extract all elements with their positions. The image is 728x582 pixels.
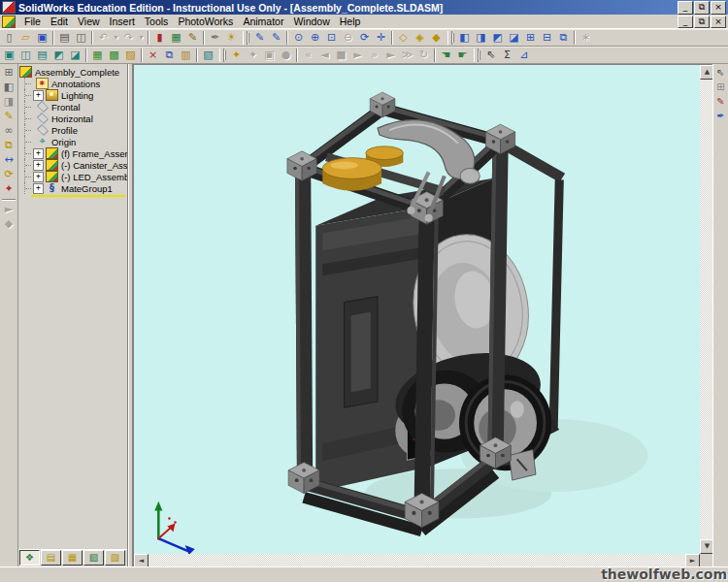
pan-button[interactable]: ✛	[373, 31, 389, 46]
menu-edit[interactable]: Edit	[46, 16, 73, 27]
tree-item-mategroup1[interactable]: +MateGroup1	[19, 182, 127, 194]
paste-image-button[interactable]: ▥	[178, 48, 194, 63]
new-document-button[interactable]: ▯	[1, 31, 17, 46]
mate-button[interactable]: ⧉	[1, 139, 17, 153]
menu-insert[interactable]: Insert	[105, 16, 140, 27]
view-bottom-button[interactable]: ⊟	[539, 31, 555, 46]
photoworks-render-button[interactable]: ▣	[1, 48, 17, 63]
render-last-button[interactable]: ◩	[50, 48, 67, 63]
redo-button[interactable]: ↷	[120, 31, 137, 46]
copy-image-button[interactable]: ⧉	[161, 48, 178, 63]
viewport-horizontal-scrollbar[interactable]: ◄ ►	[134, 554, 700, 566]
simulation-button[interactable]: ►	[1, 203, 17, 217]
view-front-button[interactable]: ◧	[456, 31, 473, 46]
view-top-button[interactable]: ⊞	[522, 31, 539, 46]
render-options-button[interactable]: ▧	[200, 48, 216, 63]
menu-photoworks[interactable]: PhotoWorks	[173, 16, 238, 27]
tree-item-profile[interactable]: Profile	[19, 124, 127, 136]
thumbnail-back-button[interactable]: ☚	[438, 48, 454, 63]
minimize-button[interactable]: _	[678, 1, 693, 15]
select-button[interactable]: ⇖	[482, 48, 499, 63]
restore-button[interactable]: ⧉	[694, 1, 710, 15]
rollback-bar[interactable]	[31, 195, 125, 197]
redo-options-button[interactable]: ▾	[137, 31, 146, 46]
save-animation-button[interactable]: ▣	[261, 48, 278, 63]
zoom-in-out-button[interactable]: ⊕	[307, 31, 323, 46]
decal-editor-button[interactable]: ▨	[122, 48, 139, 63]
select-arrow-button[interactable]: ⇖	[714, 66, 727, 81]
insert-component-button[interactable]: ⊞	[1, 66, 17, 81]
sketch-button[interactable]: ✎	[251, 31, 268, 46]
view-isometric-button[interactable]: ⧉	[555, 31, 572, 46]
assembly-model[interactable]	[134, 65, 700, 554]
rendermanager-tab[interactable]: ▧	[83, 550, 104, 566]
measure-button[interactable]: ⊿	[515, 48, 532, 63]
material-editor-button[interactable]: ✎	[184, 31, 201, 46]
zoom-to-fit-button[interactable]: ⊙	[290, 31, 307, 46]
expand-toggle[interactable]: +	[33, 160, 44, 171]
feather-button[interactable]: ✒	[207, 31, 223, 46]
animationmanager-tab[interactable]: ▨	[105, 550, 125, 566]
go-to-start-button[interactable]: «	[300, 48, 316, 63]
child-minimize-button[interactable]: _	[678, 16, 693, 28]
expand-toggle[interactable]: +	[33, 148, 44, 159]
tree-item-f-frame-assembly-2[interactable]: +(f) Frame_Assembly <2>	[19, 147, 127, 159]
menu-tools[interactable]: Tools	[140, 16, 174, 27]
dimension-button[interactable]: ✎	[714, 95, 727, 110]
scene-editor-button[interactable]: ▦	[89, 48, 106, 63]
document-icon[interactable]	[2, 16, 16, 28]
fast-forward-button[interactable]: »	[366, 48, 382, 63]
grid-button[interactable]: ⊞	[714, 81, 727, 95]
tree-item-assembly-complete[interactable]: Assembly_Complete	[19, 66, 127, 78]
next-frame-button[interactable]: ►	[382, 48, 399, 63]
configurationmanager-tab[interactable]: ▦	[62, 550, 83, 566]
tree-item-lighting[interactable]: +Lighting	[19, 89, 127, 101]
animation-wizard-button[interactable]: ✦	[245, 48, 261, 63]
hide-show-component-button[interactable]: ◧	[1, 81, 17, 95]
undo-button[interactable]: ↶	[95, 31, 112, 46]
record-animation-button[interactable]: ●	[278, 48, 294, 63]
propertymanager-tab[interactable]: ▤	[41, 550, 61, 566]
child-close-button[interactable]: ×	[711, 16, 726, 28]
wireframe-button[interactable]: ◇	[395, 31, 412, 46]
menu-file[interactable]: File	[19, 16, 46, 27]
featuremanager-tab[interactable]: ❖	[19, 550, 40, 566]
tree-item-origin[interactable]: Origin	[19, 136, 127, 147]
shaded-button[interactable]: ◆	[428, 31, 445, 46]
rotate-view-button[interactable]: ⟳	[356, 31, 373, 46]
open-document-button[interactable]: ▱	[17, 31, 34, 46]
tree-item-led-assembly-2[interactable]: +(-) LED_Assembly <2>	[19, 171, 127, 182]
tree-item-horizontal[interactable]: Horizontal	[19, 113, 127, 124]
smart-mates-button[interactable]: ∞	[1, 124, 17, 139]
go-to-end-button[interactable]: ≫	[399, 48, 415, 63]
close-button[interactable]: ×	[711, 1, 726, 15]
hidden-lines-visible-button[interactable]: ◈	[412, 31, 428, 46]
play-button[interactable]: ►	[349, 48, 366, 63]
tree-item-annotations[interactable]: Annotations	[19, 78, 127, 89]
help-lightbulb-button[interactable]: ☀	[223, 31, 240, 46]
view-right-button[interactable]: ◪	[506, 31, 522, 46]
material-library-button[interactable]: ▩	[106, 48, 122, 63]
zoom-area-button[interactable]: ⊡	[323, 31, 340, 46]
view-back-button[interactable]: ◨	[473, 31, 489, 46]
physical-dynamics-button[interactable]: ◆	[1, 217, 17, 232]
tree-item-frontal[interactable]: Frontal	[19, 101, 127, 113]
edit-color-button[interactable]: ▮	[151, 31, 168, 46]
thumbnail-forward-button[interactable]: ☛	[454, 48, 471, 63]
view-orientation-button[interactable]: ∗	[578, 31, 594, 46]
edit-part-button[interactable]: ✎	[1, 110, 17, 124]
render-selection-button[interactable]: ▤	[34, 48, 50, 63]
menu-window[interactable]: Window	[288, 16, 334, 27]
menu-help[interactable]: Help	[335, 16, 366, 27]
move-component-button[interactable]: ↔	[1, 153, 17, 168]
texture-button[interactable]: ▦	[168, 31, 184, 46]
rotate-component-button[interactable]: ⟳	[1, 168, 17, 182]
print-button[interactable]: ▤	[56, 31, 73, 46]
child-restore-button[interactable]: ⧉	[694, 16, 710, 28]
menu-animator[interactable]: Animator	[238, 16, 288, 27]
3d-sketch-button[interactable]: ✎	[268, 31, 284, 46]
new-animation-button[interactable]: ✦	[228, 48, 245, 63]
undo-options-button[interactable]: ▾	[112, 31, 120, 46]
save-button[interactable]: ▣	[34, 31, 50, 46]
expand-toggle[interactable]: +	[33, 90, 44, 101]
